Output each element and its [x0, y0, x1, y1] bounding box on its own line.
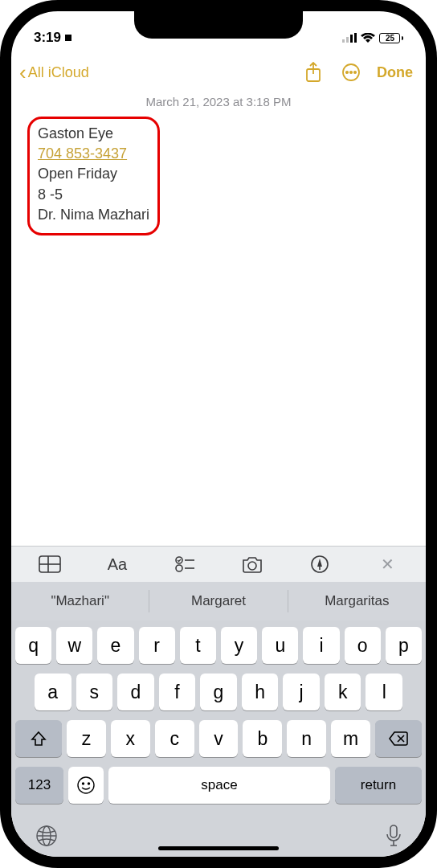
- wifi-icon: [361, 33, 375, 43]
- text-format-icon[interactable]: Aa: [84, 555, 151, 574]
- cellular-signal-icon: [342, 33, 357, 43]
- back-label: All iCloud: [28, 64, 89, 81]
- chevron-left-icon: ‹: [19, 60, 27, 85]
- key-m[interactable]: m: [331, 720, 370, 757]
- note-line: 8 -5: [38, 185, 149, 205]
- key-l[interactable]: l: [366, 674, 402, 710]
- svg-point-23: [83, 783, 84, 784]
- key-123[interactable]: 123: [15, 767, 63, 804]
- keyboard-row-3: z x c v b n m: [15, 720, 422, 757]
- svg-rect-28: [390, 825, 397, 837]
- status-right: 25: [342, 33, 403, 43]
- globe-icon[interactable]: [35, 825, 58, 847]
- suggestion[interactable]: Margaritas: [288, 582, 426, 620]
- share-icon[interactable]: [304, 62, 322, 83]
- key-k[interactable]: k: [325, 674, 361, 710]
- time-text: 3:19: [34, 30, 61, 46]
- notch: [134, 11, 303, 39]
- key-shift[interactable]: [15, 720, 62, 757]
- key-t[interactable]: t: [180, 627, 216, 664]
- key-b[interactable]: b: [243, 720, 282, 757]
- key-emoji[interactable]: [68, 767, 104, 804]
- note-phone-link[interactable]: 704 853-3437: [38, 144, 149, 164]
- svg-point-7: [346, 72, 348, 73]
- key-z[interactable]: z: [67, 720, 106, 757]
- close-toolbar-icon[interactable]: ✕: [353, 555, 421, 574]
- phone-frame: 3:19 25 ‹ All iCloud: [0, 0, 437, 868]
- note-line: Gaston Eye: [38, 124, 149, 144]
- home-indicator[interactable]: [158, 846, 279, 850]
- key-o[interactable]: o: [345, 627, 381, 664]
- nav-bar: ‹ All iCloud Done: [11, 53, 426, 92]
- svg-point-9: [354, 72, 356, 73]
- svg-point-22: [78, 777, 94, 793]
- key-j[interactable]: j: [283, 674, 320, 710]
- svg-point-17: [248, 562, 256, 570]
- svg-rect-2: [346, 37, 349, 43]
- camera-icon[interactable]: [218, 555, 286, 573]
- keyboard-zone: Aa ✕ "Mazhari" Margaret Margaritas q w e: [11, 546, 426, 857]
- key-d[interactable]: d: [117, 674, 154, 710]
- markup-icon[interactable]: [286, 555, 353, 574]
- suggestion-bar: "Mazhari" Margaret Margaritas: [11, 582, 426, 620]
- status-time: 3:19: [34, 30, 72, 46]
- checklist-icon[interactable]: [151, 555, 218, 573]
- suggestion[interactable]: "Mazhari": [11, 582, 149, 620]
- keyboard-bottom-bar: [11, 818, 426, 857]
- keyboard-row-1: q w e r t y u i o p: [15, 627, 422, 664]
- format-toolbar: Aa ✕: [11, 546, 426, 582]
- key-w[interactable]: w: [56, 627, 92, 664]
- key-v[interactable]: v: [199, 720, 239, 757]
- key-e[interactable]: e: [97, 627, 133, 664]
- svg-point-15: [176, 565, 182, 571]
- more-icon[interactable]: [341, 63, 361, 82]
- svg-rect-0: [65, 35, 71, 41]
- key-delete[interactable]: [375, 720, 422, 757]
- key-x[interactable]: x: [111, 720, 150, 757]
- key-c[interactable]: c: [155, 720, 194, 757]
- key-h[interactable]: h: [242, 674, 279, 710]
- key-r[interactable]: r: [139, 627, 175, 664]
- dictation-icon[interactable]: [386, 825, 402, 847]
- key-i[interactable]: i: [303, 627, 339, 664]
- key-u[interactable]: u: [262, 627, 298, 664]
- svg-point-24: [88, 783, 90, 784]
- key-q[interactable]: q: [15, 627, 51, 664]
- svg-rect-1: [342, 39, 345, 43]
- back-button[interactable]: ‹ All iCloud: [19, 60, 89, 85]
- key-return[interactable]: return: [335, 767, 422, 804]
- svg-rect-3: [350, 35, 353, 43]
- done-button[interactable]: Done: [377, 64, 413, 81]
- svg-point-13: [176, 557, 182, 563]
- key-n[interactable]: n: [287, 720, 326, 757]
- suggestion[interactable]: Margaret: [149, 582, 287, 620]
- note-timestamp: March 21, 2023 at 3:18 PM: [11, 95, 426, 108]
- key-a[interactable]: a: [35, 674, 71, 710]
- key-y[interactable]: y: [221, 627, 257, 664]
- key-space[interactable]: space: [108, 767, 330, 804]
- svg-rect-4: [354, 33, 357, 43]
- keyboard-row-2: a s d f g h j k l: [15, 674, 422, 710]
- svg-point-8: [350, 72, 352, 73]
- key-p[interactable]: p: [386, 627, 422, 664]
- key-g[interactable]: g: [200, 674, 237, 710]
- key-s[interactable]: s: [76, 674, 113, 710]
- keyboard-row-4: 123 space return: [15, 767, 422, 804]
- note-line: Dr. Nima Mazhari: [38, 205, 149, 225]
- location-arrow-icon: [64, 34, 72, 42]
- keyboard: q w e r t y u i o p a s d f g h j k l: [11, 620, 426, 818]
- note-line: Open Friday: [38, 164, 149, 184]
- note-body[interactable]: Gaston Eye 704 853-3437 Open Friday 8 -5…: [27, 117, 160, 235]
- key-f[interactable]: f: [159, 674, 196, 710]
- battery-icon: 25: [379, 33, 403, 43]
- table-icon[interactable]: [16, 555, 84, 573]
